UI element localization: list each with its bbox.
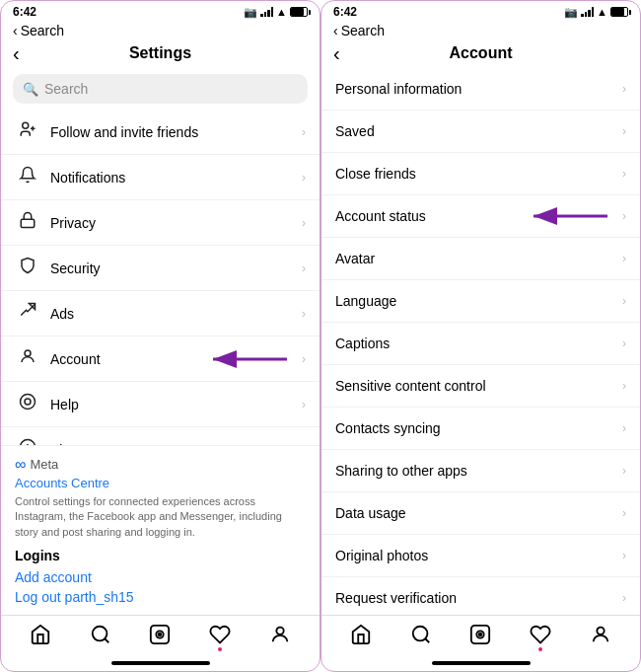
- personal-info-label: Personal information: [335, 81, 622, 97]
- nav-profile-left[interactable]: [269, 624, 291, 645]
- menu-item-request-verification[interactable]: Request verification ›: [321, 577, 640, 615]
- menu-item-account-status[interactable]: Account status ›: [321, 195, 640, 238]
- svg-point-26: [597, 628, 604, 635]
- status-time-left: 6:42: [13, 5, 36, 19]
- svg-point-21: [413, 627, 428, 641]
- language-label: Language: [335, 293, 622, 309]
- menu-item-privacy[interactable]: Privacy ›: [1, 200, 320, 246]
- header-back-left[interactable]: ‹: [13, 42, 20, 65]
- settings-menu-list: Follow and invite friends › Notification…: [1, 110, 320, 445]
- bottom-nav-left: [1, 615, 320, 657]
- nav-reels-left[interactable]: [149, 624, 171, 645]
- about-icon: [15, 438, 40, 445]
- battery-right: [610, 7, 628, 17]
- meta-label: Meta: [30, 457, 58, 472]
- status-bar-left: 6:42 📷 ▲: [1, 1, 320, 21]
- svg-point-13: [93, 627, 107, 641]
- accounts-centre-link[interactable]: Accounts Centre: [15, 476, 306, 490]
- signal-bar-r2: [585, 12, 588, 17]
- help-label: Help: [50, 397, 302, 412]
- notifications-label: Notifications: [50, 170, 302, 186]
- header-back-right[interactable]: ‹: [333, 42, 340, 65]
- battery-left: [290, 7, 308, 17]
- heart-dot-right: [538, 647, 542, 651]
- wifi-icon-left: ▲: [276, 6, 287, 18]
- signal-bar-1: [260, 14, 263, 17]
- nav-home-left[interactable]: [30, 624, 51, 645]
- nav-search-right[interactable]: [410, 624, 432, 645]
- menu-item-account[interactable]: Account ›: [1, 336, 320, 382]
- bottom-nav-right: [321, 615, 640, 657]
- status-icons-left: 📷 ▲: [244, 6, 308, 19]
- menu-item-avatar[interactable]: Avatar ›: [321, 238, 640, 280]
- svg-point-9: [25, 399, 31, 405]
- svg-point-0: [23, 122, 29, 128]
- nav-heart-right[interactable]: [530, 624, 551, 645]
- signal-bars-right: [581, 7, 594, 17]
- footer-section: ∞ Meta Accounts Centre Control settings …: [1, 445, 320, 615]
- meta-infinity-icon: ∞: [15, 456, 26, 474]
- menu-item-ads[interactable]: Ads ›: [1, 291, 320, 336]
- nav-heart-left[interactable]: [209, 624, 231, 645]
- home-icon-left: [30, 624, 51, 645]
- reels-icon-right: [469, 624, 491, 645]
- ads-icon: [15, 302, 40, 325]
- search-bar[interactable]: 🔍 Search: [13, 74, 308, 104]
- signal-bar-2: [264, 12, 267, 17]
- search-icon: 🔍: [23, 82, 38, 97]
- back-chevron-left: ‹: [13, 23, 18, 38]
- notifications-icon: [15, 166, 40, 188]
- home-indicator-left: [111, 661, 210, 665]
- sharing-other-apps-label: Sharing to other apps: [335, 463, 622, 479]
- menu-item-follow-invite[interactable]: Follow and invite friends ›: [1, 110, 320, 155]
- account-header: ‹ Account: [321, 38, 640, 68]
- privacy-chevron: ›: [302, 216, 306, 230]
- search-icon-right: [410, 624, 432, 645]
- menu-item-language[interactable]: Language ›: [321, 280, 640, 323]
- back-nav-right[interactable]: ‹ Search: [321, 21, 640, 38]
- close-friends-chevron: ›: [622, 167, 626, 181]
- language-chevron: ›: [622, 294, 626, 308]
- menu-item-about[interactable]: About ›: [1, 427, 320, 445]
- request-verification-chevron: ›: [622, 591, 626, 605]
- back-label-right: Search: [341, 23, 385, 38]
- log-out-link[interactable]: Log out parth_sh15: [15, 589, 306, 605]
- menu-item-security[interactable]: Security ›: [1, 246, 320, 291]
- menu-item-help[interactable]: Help ›: [1, 382, 320, 427]
- menu-item-notifications[interactable]: Notifications ›: [1, 155, 320, 200]
- svg-line-14: [105, 638, 108, 642]
- account-icon: [15, 347, 40, 370]
- menu-item-sharing-other-apps[interactable]: Sharing to other apps ›: [321, 450, 640, 492]
- menu-item-sensitive-content[interactable]: Sensitive content control ›: [321, 365, 640, 408]
- settings-title: Settings: [129, 44, 191, 62]
- menu-item-data-usage[interactable]: Data usage ›: [321, 492, 640, 535]
- menu-item-personal-info[interactable]: Personal information ›: [321, 68, 640, 111]
- signal-bar-4: [271, 7, 274, 17]
- help-chevron: ›: [302, 398, 306, 411]
- heart-icon-left: [209, 624, 231, 645]
- nav-reels-right[interactable]: [469, 624, 491, 645]
- nav-home-right[interactable]: [350, 624, 372, 645]
- signal-bar-r1: [581, 14, 584, 17]
- about-chevron: ›: [302, 443, 306, 445]
- security-label: Security: [50, 261, 302, 276]
- back-nav-left[interactable]: ‹ Search: [1, 21, 320, 38]
- menu-item-saved[interactable]: Saved ›: [321, 111, 640, 153]
- svg-point-25: [479, 634, 482, 636]
- follow-invite-label: Follow and invite friends: [50, 124, 302, 140]
- menu-item-captions[interactable]: Captions ›: [321, 323, 640, 365]
- saved-chevron: ›: [622, 124, 626, 138]
- menu-item-close-friends[interactable]: Close friends ›: [321, 153, 640, 195]
- nav-profile-right[interactable]: [590, 624, 611, 645]
- request-verification-label: Request verification: [335, 590, 622, 606]
- menu-item-contacts-syncing[interactable]: Contacts syncing ›: [321, 408, 640, 450]
- contacts-syncing-label: Contacts syncing: [335, 420, 622, 436]
- follow-invite-icon: [15, 120, 40, 143]
- menu-item-original-photos[interactable]: Original photos ›: [321, 535, 640, 577]
- signal-bar-r4: [592, 7, 595, 17]
- contacts-syncing-chevron: ›: [622, 421, 626, 435]
- saved-label: Saved: [335, 123, 622, 139]
- nav-search-left[interactable]: [90, 624, 111, 645]
- settings-header: ‹ Settings: [1, 38, 320, 68]
- add-account-link[interactable]: Add account: [15, 569, 306, 585]
